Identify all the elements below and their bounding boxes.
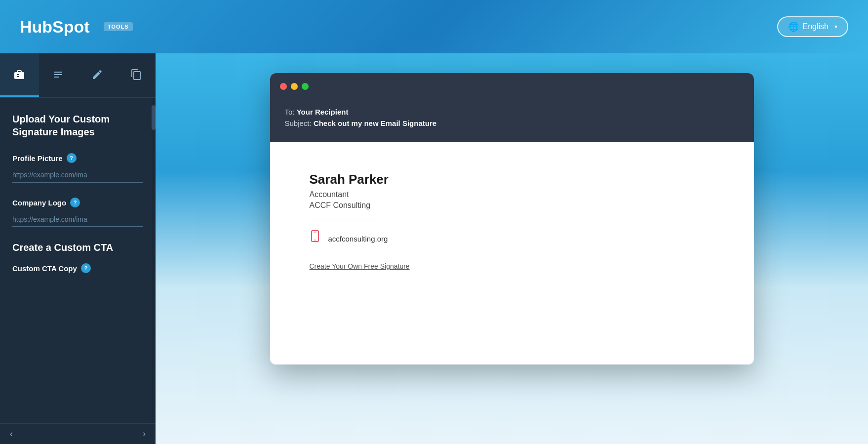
tab-text[interactable] — [39, 53, 78, 97]
signature-cta-link[interactable]: Create Your Own Free Signature — [310, 262, 410, 270]
section-title: Upload Your Custom Signature Images — [12, 113, 143, 138]
mobile-icon — [310, 230, 320, 244]
nav-prev-icon[interactable]: ‹ — [10, 429, 13, 439]
email-window: To: Your Recipient Subject: Check out my… — [270, 73, 754, 364]
email-subject: Subject: Check out my new Email Signatur… — [285, 119, 739, 127]
scrollbar-track — [152, 98, 156, 423]
signature-website: accfconsulting.org — [328, 235, 388, 243]
nav-next-icon[interactable]: › — [143, 429, 146, 439]
company-logo-group: Company Logo ? — [12, 198, 143, 227]
traffic-lights — [280, 83, 309, 90]
traffic-light-green — [302, 83, 309, 90]
company-logo-input[interactable] — [12, 212, 143, 227]
profile-picture-input[interactable] — [12, 168, 143, 183]
logo: HubS📌t HubSpot TOOLS — [20, 15, 133, 39]
email-titlebar — [270, 73, 754, 98]
custom-cta-label: Custom CTA Copy ? — [12, 263, 143, 273]
email-header: To: Your Recipient Subject: Check out my… — [270, 98, 754, 142]
email-to: To: Your Recipient — [285, 108, 739, 116]
custom-cta-help[interactable]: ? — [81, 263, 91, 273]
signature-company: ACCF Consulting — [310, 201, 714, 210]
header: HubS📌t HubSpot TOOLS 🌐 English ▾ — [0, 0, 868, 53]
cta-section-title: Create a Custom CTA — [12, 242, 143, 253]
sidebar-content: Upload Your Custom Signature Images Prof… — [0, 98, 156, 423]
pen-icon — [91, 69, 103, 81]
custom-cta-group: Custom CTA Copy ? — [12, 263, 143, 273]
signature-divider — [310, 220, 379, 220]
signature-name: Sarah Parker — [310, 172, 714, 187]
signature-contact: accfconsulting.org — [310, 230, 714, 247]
company-logo-help[interactable]: ? — [70, 198, 80, 207]
tools-badge: TOOLS — [104, 22, 133, 31]
language-label: English — [803, 22, 829, 31]
signature-title: Accountant — [310, 190, 714, 199]
briefcase-icon — [13, 69, 25, 81]
preview-area: To: Your Recipient Subject: Check out my… — [156, 53, 868, 444]
hubspot-svg-logo: HubSpot — [20, 15, 99, 39]
profile-picture-group: Profile Picture ? — [12, 153, 143, 183]
main-layout: Upload Your Custom Signature Images Prof… — [0, 53, 868, 444]
copy-icon — [130, 69, 142, 81]
traffic-light-red — [280, 83, 287, 90]
svg-point-3 — [314, 240, 315, 241]
chevron-down-icon: ▾ — [834, 23, 837, 30]
svg-text:HubSpot: HubSpot — [20, 17, 90, 36]
tab-icons — [0, 53, 156, 98]
profile-picture-help[interactable]: ? — [67, 153, 77, 163]
text-icon — [52, 69, 64, 81]
svg-rect-2 — [314, 232, 316, 233]
language-selector[interactable]: 🌐 English ▾ — [777, 16, 848, 37]
profile-picture-label: Profile Picture ? — [12, 153, 143, 163]
globe-icon: 🌐 — [788, 21, 799, 32]
phone-icon — [310, 230, 320, 247]
sidebar: Upload Your Custom Signature Images Prof… — [0, 53, 156, 444]
tab-copy[interactable] — [117, 53, 156, 97]
email-body: Sarah Parker Accountant ACCF Consulting … — [270, 142, 754, 364]
scrollbar-thumb[interactable] — [152, 105, 156, 130]
traffic-light-yellow — [291, 83, 298, 90]
tab-pen[interactable] — [78, 53, 117, 97]
tab-briefcase[interactable] — [0, 53, 39, 97]
bottom-nav: ‹ › — [0, 423, 156, 444]
company-logo-label: Company Logo ? — [12, 198, 143, 207]
